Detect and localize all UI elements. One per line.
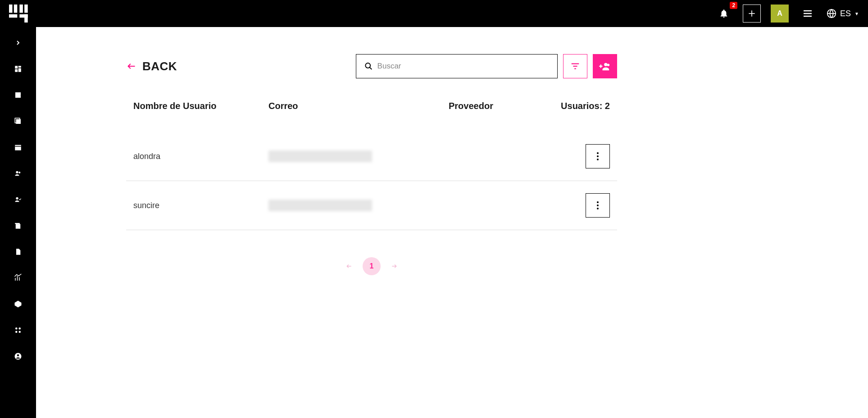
pager-prev[interactable] [345,263,354,269]
redacted-email [268,200,372,211]
user-check-icon [14,196,23,203]
sidebar-item-analytics[interactable] [9,271,27,285]
sidebar-item-document[interactable] [9,245,27,259]
collection-icon [14,222,22,230]
sidebar-item-package[interactable] [9,297,27,311]
svg-point-35 [17,354,19,357]
filter-icon [570,61,580,71]
kebab-icon [596,152,599,161]
svg-point-24 [16,197,18,200]
svg-rect-16 [18,68,21,72]
svg-point-43 [607,64,610,67]
svg-point-47 [597,155,599,157]
sidebar-item-library[interactable] [9,219,27,232]
account-icon [14,352,22,360]
notifications-button[interactable]: 2 [715,5,733,23]
svg-rect-25 [16,224,21,229]
menu-button[interactable] [799,5,817,23]
document-icon [14,247,22,256]
svg-point-42 [604,63,607,66]
kebab-icon [596,201,599,210]
svg-rect-26 [15,223,20,224]
arrow-left-icon [126,62,137,70]
sidebar-item-apps[interactable] [9,323,27,337]
col-provider: Proveedor [449,101,548,111]
chart-icon [14,274,23,282]
chevron-down-icon: ▼ [854,11,859,16]
svg-rect-17 [15,69,18,72]
svg-point-32 [15,331,18,333]
cell-email [268,150,449,162]
sidebar-expand-button[interactable] [9,36,27,50]
pager-next[interactable] [390,263,399,269]
add-user-icon [599,61,611,71]
sidebar-item-dashboard[interactable] [9,62,27,76]
pagination: 1 [126,257,617,275]
language-label: ES [840,9,851,18]
svg-rect-0 [9,5,13,13]
svg-rect-4 [24,5,28,13]
chevron-right-icon [14,39,22,46]
col-count: Usuarios: 2 [548,101,610,111]
sidebar-item-media[interactable] [9,88,27,102]
back-button[interactable]: BACK [126,59,177,73]
svg-point-37 [365,63,370,68]
language-selector[interactable]: ES ▼ [827,9,859,18]
avatar[interactable]: A [771,5,789,23]
header: 2 A ES ▼ [0,0,868,27]
row-actions-button[interactable] [586,144,610,168]
svg-rect-6 [24,14,28,23]
sidebar-item-users[interactable] [9,167,27,180]
cell-username: suncire [133,201,268,210]
image-icon [14,91,22,99]
search-input-wrapper[interactable] [356,54,558,78]
bell-icon [719,9,729,18]
svg-point-51 [597,208,599,209]
svg-rect-1 [14,5,18,13]
table-row: suncire [126,181,617,230]
row-actions-button[interactable] [586,193,610,218]
notification-badge: 2 [730,2,737,9]
svg-point-49 [597,201,599,203]
svg-line-38 [370,67,372,69]
users-icon [14,170,23,177]
logo[interactable] [9,5,32,23]
search-input[interactable] [377,62,549,71]
svg-rect-15 [18,66,21,68]
table-row: alondra [126,132,617,181]
svg-point-22 [16,171,18,173]
col-username: Nombre de Usuario [133,101,268,111]
sidebar-item-approval[interactable] [9,193,27,206]
sidebar-item-calendar[interactable] [9,141,27,154]
globe-icon [827,9,836,18]
table-header: Nombre de Usuario Correo Proveedor Usuar… [126,101,617,111]
pager-page-current[interactable]: 1 [363,257,381,275]
svg-point-31 [19,327,21,330]
filter-button[interactable] [563,54,587,78]
search-icon [364,62,373,71]
avatar-initial: A [777,9,782,18]
svg-point-50 [597,204,599,206]
cell-username: alondra [133,152,268,161]
col-email: Correo [268,101,449,111]
svg-rect-2 [9,14,17,18]
calendar-icon [14,143,22,151]
sidebar-item-gallery[interactable] [9,114,27,128]
svg-rect-14 [15,66,18,68]
sidebar [0,27,36,418]
svg-point-30 [15,327,18,330]
svg-point-33 [19,331,21,333]
images-icon [14,117,22,125]
arrow-left-icon [345,263,354,269]
svg-point-46 [597,152,599,154]
back-label: BACK [142,59,177,73]
main-content: BACK [36,27,868,418]
sidebar-item-account[interactable] [9,350,27,363]
grid-dots-icon [14,326,22,334]
cube-icon [14,300,22,308]
cell-email [268,200,449,211]
arrow-right-icon [390,263,399,269]
add-button[interactable] [743,5,761,23]
add-user-button[interactable] [593,54,617,78]
svg-point-23 [18,172,20,173]
